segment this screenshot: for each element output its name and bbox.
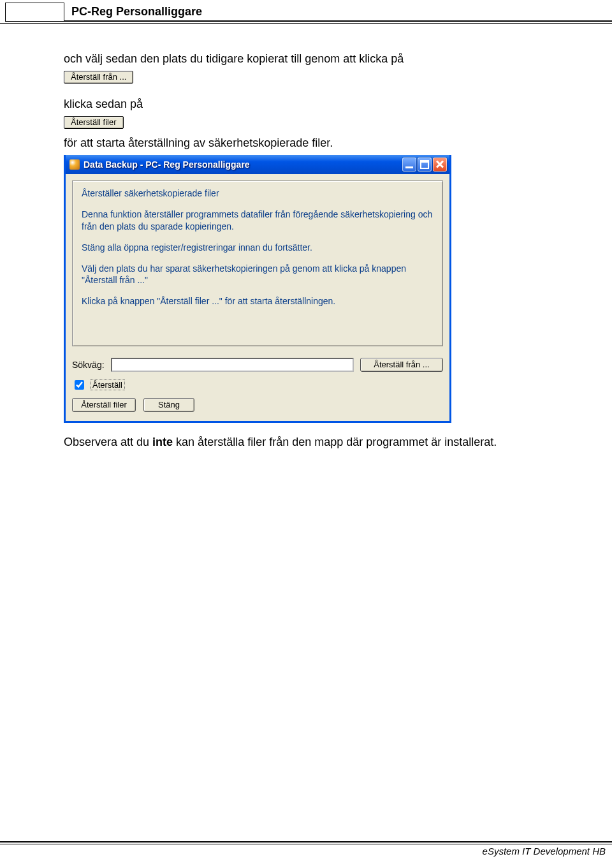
intro-text: och välj sedan den plats du tidigare kop… [64, 52, 586, 66]
note-suffix: kan återställa filer från den mapp där p… [173, 436, 497, 448]
then-click-text: klicka sedan på [64, 98, 586, 111]
close-window-button[interactable] [433, 158, 447, 172]
minimize-button[interactable] [402, 158, 416, 172]
restore-files-button[interactable]: Återställ filer [72, 398, 136, 412]
footer-rule-thick [0, 841, 612, 842]
path-input[interactable] [111, 358, 354, 372]
page-header: PC-Reg Personalliggare [0, 0, 612, 27]
restore-checkbox[interactable] [75, 380, 84, 390]
page-content: och välj sedan den plats du tidigare kop… [0, 27, 612, 458]
page-title: PC-Reg Personalliggare [71, 5, 202, 18]
header-rule-thin [0, 23, 612, 24]
backup-dialog: Data Backup - PC- Reg Personalliggare Åt… [64, 155, 451, 423]
maximize-button[interactable] [418, 158, 432, 172]
header-rule-thick [64, 20, 612, 22]
info-p2: Stäng alla öppna register/registreringar… [82, 242, 433, 254]
restore-checkbox-row: Återställ [72, 378, 443, 392]
dialog-titlebar: Data Backup - PC- Reg Personalliggare [66, 155, 449, 174]
path-label: Sökväg: [72, 360, 105, 370]
restore-from-button[interactable]: Återställ från ... [360, 358, 443, 372]
close-button[interactable]: Stäng [143, 398, 194, 412]
note-bold: inte [152, 436, 173, 448]
footer-text: eSystem IT Development HB [0, 844, 612, 857]
header-box [5, 3, 64, 22]
note-text: Observera att du inte kan återställa fil… [64, 436, 586, 449]
to-start-text: för att starta återställning av säkerhet… [64, 136, 586, 150]
info-p3: Välj den plats du har sparat säkerhetsko… [82, 263, 433, 287]
restore-from-button-inline[interactable]: Återställ från ... [64, 71, 133, 84]
restore-files-button-inline[interactable]: Återställ filer [64, 116, 124, 129]
dialog-body: Återställer säkerhetskopierade filer Den… [66, 174, 449, 421]
restore-checkbox-label: Återställ [90, 379, 125, 390]
app-icon [69, 159, 80, 170]
info-p4: Klicka på knappen "Återställ filer ..." … [82, 295, 433, 307]
dialog-title: Data Backup - PC- Reg Personalliggare [84, 159, 402, 170]
path-row: Sökväg: Återställ från ... [72, 358, 443, 372]
info-p1: Denna funktion återställer programmets d… [82, 209, 433, 233]
info-panel: Återställer säkerhetskopierade filer Den… [72, 180, 443, 346]
dialog-button-row: Återställ filer Stäng [72, 398, 443, 412]
info-title: Återställer säkerhetskopierade filer [82, 188, 433, 200]
note-prefix: Observera att du [64, 436, 152, 448]
page-footer: eSystem IT Development HB [0, 841, 612, 857]
